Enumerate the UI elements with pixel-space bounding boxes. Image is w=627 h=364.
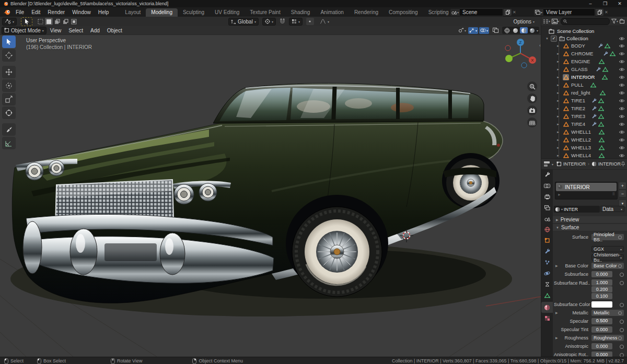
outliner-item-pull[interactable]: ►PULL: [541, 81, 627, 89]
minimize-button[interactable]: –: [583, 0, 598, 7]
outliner-display-dropdown[interactable]: ▾: [552, 19, 559, 24]
tool-scale[interactable]: [2, 93, 16, 105]
active-tool-button[interactable]: [21, 17, 32, 26]
maximize-button[interactable]: ❒: [598, 0, 612, 7]
xray-toggle[interactable]: [492, 27, 500, 34]
eye-icon[interactable]: [619, 83, 625, 87]
outliner-search-input[interactable]: [561, 18, 610, 25]
tab-layout[interactable]: Layout: [120, 8, 146, 17]
outliner-item-engine[interactable]: ►ENGINE: [541, 57, 627, 65]
outliner-item-glass[interactable]: ►GLASS: [541, 65, 627, 73]
material-icon[interactable]: [555, 207, 560, 212]
eye-icon[interactable]: [619, 60, 625, 64]
outliner-item-tire4[interactable]: ►TIRE4: [541, 120, 627, 128]
shading-wireframe-button[interactable]: [503, 27, 511, 33]
metallic-button[interactable]: Metallic: [591, 310, 624, 316]
outliner-collection[interactable]: ▼ ✓ Collection: [541, 34, 627, 42]
mode-selector[interactable]: Object Mode▾: [2, 27, 47, 34]
menu-window[interactable]: Window: [68, 7, 95, 17]
outliner-item-body[interactable]: ►BODY: [541, 42, 627, 50]
tab-sculpting[interactable]: Sculpting: [178, 8, 210, 17]
viewport-menu-select[interactable]: Select: [65, 28, 87, 33]
tab-uv-editing[interactable]: UV Editing: [210, 8, 245, 17]
eye-icon[interactable]: [619, 122, 625, 126]
options-dropdown[interactable]: Options▾: [512, 18, 537, 25]
editor-type-icon[interactable]: [543, 161, 551, 167]
tab-compositing[interactable]: Compositing: [384, 8, 423, 17]
pivot-dropdown[interactable]: ▾: [262, 18, 276, 26]
pin-icon[interactable]: [621, 161, 625, 167]
eye-icon[interactable]: [619, 99, 625, 103]
falloff-dropdown[interactable]: ▾: [318, 18, 331, 25]
decorator-dot[interactable]: [620, 328, 624, 332]
breadcrumb-object[interactable]: INTERIOR: [563, 161, 586, 167]
eye-icon[interactable]: [619, 44, 625, 48]
navigation-gizmo[interactable]: Z X: [501, 37, 537, 70]
roughness-button[interactable]: Roughness: [591, 335, 624, 341]
outliner-item-tire2[interactable]: ►TIRE2: [541, 104, 627, 112]
sidebar-collapse-arrow[interactable]: ‹: [539, 43, 541, 48]
specular-tint-value[interactable]: 0.000: [591, 326, 612, 333]
add-material-slot-button[interactable]: +: [619, 182, 626, 190]
scene-name-field[interactable]: Scene: [460, 8, 503, 16]
distribution-dropdown[interactable]: GGX▾: [591, 246, 624, 252]
snap-magnet-icon[interactable]: [280, 18, 285, 25]
surface-shader-button[interactable]: Principled BS..: [591, 234, 624, 240]
tool-annotate[interactable]: [2, 123, 16, 136]
menu-edit[interactable]: Edit: [28, 7, 44, 17]
menu-file[interactable]: File: [12, 7, 28, 17]
tab-animation[interactable]: Animation: [315, 8, 349, 17]
tool-transform[interactable]: [2, 107, 16, 119]
shading-solid-button[interactable]: [512, 27, 519, 33]
new-collection-button[interactable]: [620, 19, 625, 24]
outliner-item-tire1[interactable]: ►TIRE1: [541, 97, 627, 104]
visibility-dropdown[interactable]: ▾: [457, 27, 467, 34]
data-link-dropdown[interactable]: Data▾: [600, 206, 624, 212]
eye-icon[interactable]: [619, 75, 625, 79]
tool-move[interactable]: [2, 66, 16, 78]
new-scene-button[interactable]: [504, 9, 512, 16]
tab-shading[interactable]: Shading: [286, 8, 316, 17]
subsurface-value[interactable]: 0.000: [591, 271, 612, 277]
material-name-field[interactable]: INTER: [564, 207, 578, 212]
outliner-filter-dropdown[interactable]: ▾: [543, 19, 550, 24]
select-extend-icon[interactable]: [53, 18, 61, 25]
breadcrumb-material[interactable]: INTERIOR: [598, 161, 621, 167]
eye-icon[interactable]: [619, 91, 625, 95]
base-color-button[interactable]: Base Color: [591, 263, 624, 269]
menu-render[interactable]: Render: [44, 7, 68, 17]
decorator-dot[interactable]: [620, 273, 624, 277]
eye-icon[interactable]: [619, 114, 625, 119]
gizmos-dropdown[interactable]: ▾: [468, 27, 478, 34]
decorator-dot[interactable]: [620, 281, 624, 285]
proportional-editing-icon[interactable]: [306, 18, 314, 25]
blender-logo-icon[interactable]: [3, 9, 11, 16]
eye-icon[interactable]: [619, 67, 625, 72]
eye-icon[interactable]: [619, 107, 625, 111]
select-tweak-icon[interactable]: [37, 18, 44, 25]
tool-select-box[interactable]: [2, 36, 16, 48]
radius-value-2[interactable]: 0.100: [591, 293, 612, 299]
remove-view-layer-icon[interactable]: ✕: [605, 10, 608, 15]
viewport-menu-view[interactable]: View: [47, 28, 65, 33]
menu-help[interactable]: Help: [95, 7, 113, 17]
subsurface-color-swatch[interactable]: [591, 301, 612, 308]
perspective-toggle-button[interactable]: [527, 118, 537, 127]
shading-material-button[interactable]: [520, 27, 528, 33]
camera-view-button[interactable]: [527, 105, 537, 115]
decorator-dot[interactable]: [620, 320, 624, 324]
tab-modeling[interactable]: Modeling: [146, 8, 178, 17]
pan-button[interactable]: [527, 93, 537, 103]
decorator-dot[interactable]: [620, 303, 624, 307]
outliner-item-whell3[interactable]: ►WHELL3: [541, 144, 627, 151]
radius-value-0[interactable]: 1.000: [591, 279, 612, 286]
close-button[interactable]: ✕: [612, 0, 627, 7]
eye-icon[interactable]: [619, 130, 625, 134]
subsurface-method-dropdown[interactable]: Christensen-Bu..▾: [591, 254, 624, 261]
overlays-dropdown[interactable]: ▾: [479, 27, 489, 34]
eye-icon[interactable]: [619, 52, 625, 56]
new-view-layer-button[interactable]: [596, 9, 603, 16]
decorator-dot[interactable]: [620, 345, 624, 349]
shading-rendered-button[interactable]: [528, 27, 536, 33]
outliner-item-red-light[interactable]: ►red_light: [541, 89, 627, 97]
